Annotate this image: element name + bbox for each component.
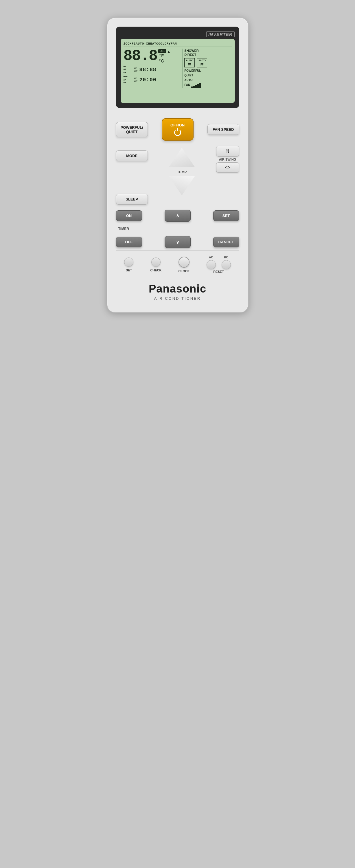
reset-buttons-row — [206, 260, 231, 269]
rc-label: RC — [222, 256, 231, 259]
air-swing-controls: ⇅ AIR SWING <> — [216, 146, 239, 173]
ac-rc-labels: AC RC — [206, 256, 231, 259]
bottom-check-group: CHECK — [150, 257, 161, 272]
lcd-temp-unit-f: °F — [158, 54, 164, 59]
mode-button[interactable]: MODE — [116, 151, 148, 161]
brand-name: Panasonic — [116, 283, 239, 295]
buttons-section: POWERFUL/ QUIET OFF/ON FAN SPEED MODE TE… — [116, 118, 239, 248]
lcd-on-timer-label: ON AM PM — [124, 65, 133, 74]
temp-controls: TEMP — [167, 146, 196, 197]
button-row-2: MODE TEMP ⇅ AIR SWING <> — [116, 146, 239, 197]
bottom-buttons-row: SET CHECK CLOCK AC RC RESET — [116, 250, 239, 276]
bottom-ac-reset-button[interactable] — [206, 260, 216, 269]
lcd-auto-block-1: AUTO ≋ — [184, 58, 194, 67]
bottom-set-button[interactable] — [124, 257, 133, 267]
button-row-1: POWERFUL/ QUIET OFF/ON FAN SPEED — [116, 118, 239, 141]
set-button[interactable]: SET — [213, 210, 239, 221]
lcd-right-panel: SHOWER DIRECT AUTO ≋ AUTO ≋ — [182, 49, 231, 88]
lcd-mode-labels: POWERFUL QUIET AUTO FAN — [184, 69, 231, 88]
timer-label-row: TIMER — [116, 227, 239, 231]
button-row-4: OFF ∨ CANCEL — [116, 236, 239, 248]
arrow-up-button[interactable]: ∧ — [165, 210, 191, 222]
arrow-down-button[interactable]: ∨ — [165, 236, 191, 248]
powerful-quiet-button[interactable]: POWERFUL/ QUIET — [116, 122, 148, 137]
lcd-airflow-horizontal-icon: ≋ — [200, 62, 204, 66]
off-on-button[interactable]: OFF/ON — [162, 118, 194, 141]
lcd-timers: ON AM PM ⊕1⊕2 88:88 OFF AM PM — [124, 65, 180, 84]
lcd-arrow-up-icon: ▲ — [167, 50, 170, 54]
temp-up-button[interactable] — [167, 146, 196, 169]
air-swing-vertical-button[interactable]: ⇅ — [216, 146, 239, 157]
air-swing-label: AIR SWING — [219, 158, 236, 161]
lcd-off-tag: OFF — [158, 49, 166, 53]
bottom-check-button[interactable] — [151, 257, 161, 267]
timer-on-button[interactable]: ON — [116, 210, 142, 221]
brand-subtitle: AIR CONDITIONER — [116, 296, 239, 301]
lcd-on-timer-value: 88:88 — [139, 67, 157, 73]
sleep-button[interactable]: SLEEP — [116, 194, 148, 205]
lcd-airflow-vertical-icon: ≋ — [188, 62, 191, 66]
lcd-auto-row: AUTO ≋ AUTO ≋ — [184, 58, 231, 67]
bottom-check-label: CHECK — [150, 269, 161, 272]
brand-section: Panasonic AIR CONDITIONER — [116, 283, 239, 301]
lcd-mode-row: iCOMFiAUTO-XHEATCOOLDRYFAN — [124, 42, 232, 47]
lcd-temp-unit-c: °C — [158, 59, 164, 64]
lcd-container: INVERTER iCOMFiAUTO-XHEATCOOLDRYFAN 88.8… — [116, 27, 239, 108]
bottom-reset-group: AC RC RESET — [206, 256, 231, 273]
bottom-clock-label: CLOCK — [178, 269, 190, 273]
button-row-sleep: SLEEP — [116, 194, 239, 205]
lcd-shower-direct: SHOWER DIRECT — [184, 49, 231, 57]
lcd-auto-block-2: AUTO ≋ — [197, 58, 207, 67]
lcd-off-timer-label: OFF AM PM — [124, 75, 133, 84]
inverter-label: INVERTER — [121, 32, 235, 37]
lcd-off-timer-value: 20:00 — [139, 77, 157, 83]
timer-off-button[interactable]: OFF — [116, 237, 142, 247]
temp-label: TEMP — [177, 170, 187, 174]
power-icon — [174, 129, 181, 136]
lcd-left-panel: 88.8 OFF ▲ °F °C — [124, 49, 180, 88]
bottom-set-label: SET — [126, 269, 132, 272]
ac-label: AC — [206, 256, 216, 259]
bottom-reset-label: RESET — [213, 270, 224, 273]
timer-label: TIMER — [118, 227, 129, 231]
remote-control: INVERTER iCOMFiAUTO-XHEATCOOLDRYFAN 88.8… — [107, 18, 249, 313]
lcd-temperature: 88.8 — [124, 49, 157, 64]
air-swing-horizontal-button[interactable]: <> — [216, 162, 239, 173]
bottom-rc-reset-button[interactable] — [222, 260, 231, 269]
bottom-set-group: SET — [124, 257, 133, 272]
bottom-clock-button[interactable] — [179, 257, 190, 268]
cancel-button[interactable]: CANCEL — [213, 237, 239, 247]
lcd-screen: iCOMFiAUTO-XHEATCOOLDRYFAN 88.8 OFF ▲ ° — [121, 39, 235, 103]
fan-speed-button[interactable]: FAN SPEED — [207, 124, 239, 135]
bottom-clock-group: CLOCK — [178, 257, 190, 273]
lcd-fan-bar — [191, 83, 201, 88]
button-row-3: ON ∧ SET — [116, 210, 239, 222]
